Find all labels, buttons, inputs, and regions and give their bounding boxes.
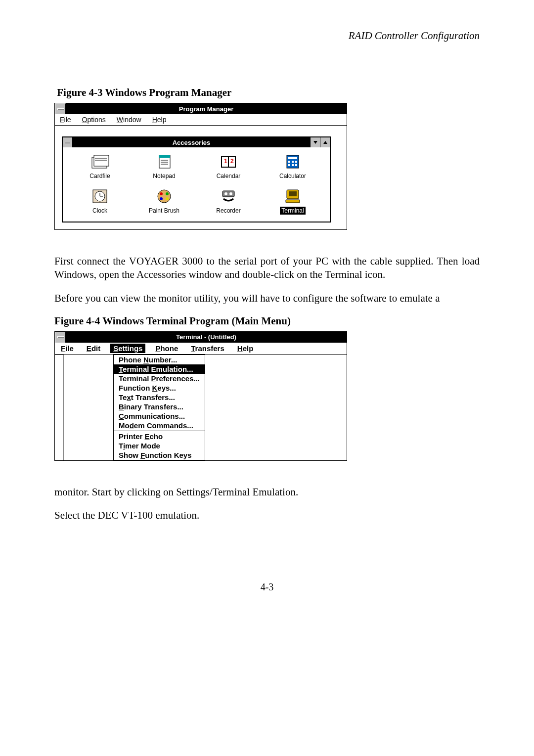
pm-system-menu-box[interactable] — [55, 103, 66, 114]
svg-rect-22 — [295, 164, 297, 166]
accessories-grid: Cardfile Notepad 12 Calen — [63, 147, 330, 222]
acc-maximize-button[interactable] — [320, 137, 330, 147]
paragraph-3: monitor. Start by clicking on Settings/T… — [54, 486, 480, 499]
triangle-up-icon — [323, 140, 328, 145]
terminal-icon — [282, 187, 304, 206]
dd-text-transfers[interactable]: Text Transfers... — [114, 393, 205, 402]
dd-printer-echo[interactable]: Printer Echo — [114, 432, 205, 441]
svg-marker-1 — [323, 141, 327, 144]
page-header-right: RAID Controller Configuration — [54, 30, 480, 42]
accessories-item-calendar[interactable]: 12 Calendar — [196, 152, 261, 180]
accessories-item-calculator[interactable]: Calculator — [261, 152, 325, 180]
svg-text:2: 2 — [230, 158, 234, 165]
term-menubar: File Edit Settings Phone Transfers Help — [55, 343, 347, 355]
pm-menu-file[interactable]: File — [58, 115, 73, 124]
acc-item-label: Cardfile — [88, 172, 111, 180]
term-system-menu-box[interactable] — [55, 332, 66, 343]
svg-point-34 — [229, 192, 232, 195]
svg-text:1: 1 — [224, 158, 227, 165]
dd-separator — [114, 431, 205, 431]
pm-menu-window[interactable]: Window — [115, 115, 143, 124]
accessories-item-terminal[interactable]: Terminal — [261, 187, 325, 215]
pm-menubar: File Options Window Help — [55, 114, 347, 126]
dd-terminal-preferences[interactable]: Terminal Preferences... — [114, 374, 205, 383]
acc-item-label: Terminal — [280, 207, 305, 215]
calculator-icon — [282, 152, 304, 171]
acc-item-label: Notepad — [151, 172, 177, 180]
cardfile-icon — [89, 152, 111, 171]
paragraph-1: First connect the VOYAGER 3000 to the se… — [54, 255, 480, 282]
dd-modem-commands[interactable]: Modem Commands... — [114, 421, 205, 430]
clock-icon — [89, 187, 111, 206]
accessories-window: Accessories — [62, 136, 331, 222]
svg-rect-17 — [288, 161, 290, 163]
recorder-icon — [218, 187, 239, 206]
term-menu-transfers[interactable]: Transfers — [188, 344, 227, 353]
acc-item-label: Calendar — [215, 172, 242, 180]
dd-function-keys[interactable]: Function Keys... — [114, 383, 205, 393]
pm-titlebar: Program Manager — [55, 103, 347, 114]
svg-point-30 — [160, 197, 163, 200]
triangle-down-icon — [313, 140, 318, 145]
svg-rect-36 — [289, 191, 297, 196]
acc-system-menu-box[interactable] — [63, 137, 73, 147]
settings-dropdown: Phone Number... Terminal Emulation... Te… — [113, 355, 205, 460]
accessories-item-paint-brush[interactable]: Paint Brush — [132, 187, 196, 215]
pm-menu-options[interactable]: Options — [80, 115, 108, 124]
acc-item-label: Clock — [91, 207, 109, 215]
svg-rect-21 — [292, 164, 294, 166]
acc-item-label: Paint Brush — [147, 207, 181, 215]
svg-point-31 — [166, 197, 169, 200]
program-manager-window: Program Manager File Options Window Help… — [54, 103, 347, 230]
accessories-item-clock[interactable]: Clock — [68, 187, 132, 215]
acc-minimize-button[interactable] — [310, 137, 320, 147]
calendar-icon: 12 — [218, 152, 239, 171]
term-menu-settings[interactable]: Settings — [110, 344, 145, 353]
dd-communications[interactable]: Communications... — [114, 411, 205, 421]
svg-rect-37 — [286, 200, 300, 203]
svg-point-28 — [160, 192, 163, 195]
svg-rect-20 — [288, 164, 290, 166]
svg-point-27 — [158, 190, 171, 203]
term-title: Terminal - (Untitled) — [66, 333, 347, 341]
notepad-icon — [153, 152, 175, 171]
paragraph-2: Before you can view the monitor utility,… — [54, 292, 480, 305]
svg-marker-0 — [313, 141, 317, 144]
figure1-caption: Figure 4-3 Windows Program Manager — [54, 87, 480, 99]
term-titlebar: Terminal - (Untitled) — [55, 332, 347, 343]
accessories-titlebar: Accessories — [63, 137, 330, 147]
acc-item-label: Calculator — [278, 172, 308, 180]
svg-point-33 — [224, 192, 227, 195]
pm-menu-help[interactable]: Help — [150, 115, 169, 124]
svg-rect-18 — [292, 161, 294, 163]
acc-item-label: Recorder — [215, 207, 242, 215]
dd-show-function-keys[interactable]: Show Function Keys — [114, 450, 205, 460]
dd-phone-number[interactable]: Phone Number... — [114, 355, 205, 364]
terminal-window: Terminal - (Untitled) File Edit Settings… — [54, 331, 347, 461]
term-menu-help[interactable]: Help — [234, 344, 257, 353]
term-left-gutter — [55, 355, 64, 460]
pm-title: Program Manager — [66, 105, 347, 113]
svg-rect-16 — [288, 157, 297, 159]
paint-brush-icon — [153, 187, 175, 206]
svg-point-29 — [166, 192, 169, 195]
acc-title: Accessories — [73, 139, 310, 146]
svg-rect-19 — [295, 161, 297, 163]
svg-rect-32 — [222, 191, 234, 197]
term-menu-edit[interactable]: Edit — [84, 344, 103, 353]
dd-timer-mode[interactable]: Timer Mode — [114, 441, 205, 450]
dd-binary-transfers[interactable]: Binary Transfers... — [114, 402, 205, 411]
paragraph-4: Select the DEC VT-100 emulation. — [54, 509, 480, 522]
term-menu-phone[interactable]: Phone — [152, 344, 181, 353]
figure2-caption: Figure 4-4 Windows Terminal Program (Mai… — [54, 315, 480, 327]
accessories-item-cardfile[interactable]: Cardfile — [68, 152, 132, 180]
accessories-item-recorder[interactable]: Recorder — [196, 187, 261, 215]
dd-terminal-emulation[interactable]: Terminal Emulation... — [114, 364, 205, 374]
accessories-item-notepad[interactable]: Notepad — [132, 152, 196, 180]
term-menu-file[interactable]: File — [58, 344, 77, 353]
svg-rect-7 — [159, 155, 170, 158]
svg-rect-3 — [94, 155, 109, 166]
page-number: 4-3 — [54, 581, 480, 593]
